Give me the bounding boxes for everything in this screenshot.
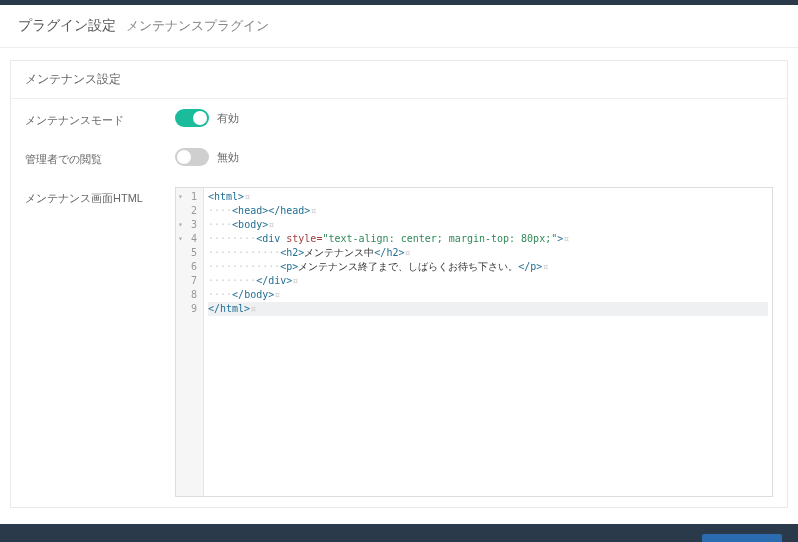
settings-card: メンテナンス設定 メンテナンスモード 有効 管理者での閲覧 無効 メンテナンス画… bbox=[10, 60, 788, 508]
toggle-admin-view[interactable] bbox=[175, 148, 209, 166]
row-admin-view: 管理者での閲覧 無効 bbox=[11, 138, 787, 177]
card-title: メンテナンス設定 bbox=[11, 61, 787, 99]
toggle-admin-view-state: 無効 bbox=[217, 150, 239, 165]
toggle-maintenance-mode[interactable] bbox=[175, 109, 209, 127]
label-html: メンテナンス画面HTML bbox=[25, 187, 175, 206]
editor-code[interactable]: <html>¤····<head></head>¤····<body>¤····… bbox=[204, 188, 772, 496]
editor-gutter: 123456789 bbox=[176, 188, 204, 496]
label-admin-view: 管理者での閲覧 bbox=[25, 148, 175, 167]
page-subtitle: メンテナンスプラグイン bbox=[126, 18, 269, 33]
row-maintenance-mode: メンテナンスモード 有効 bbox=[11, 99, 787, 138]
row-html: メンテナンス画面HTML 123456789 <html>¤····<head>… bbox=[11, 177, 787, 507]
html-editor[interactable]: 123456789 <html>¤····<head></head>¤····<… bbox=[175, 187, 773, 497]
toggle-maintenance-mode-state: 有効 bbox=[217, 111, 239, 126]
label-maintenance-mode: メンテナンスモード bbox=[25, 109, 175, 128]
save-button[interactable]: 保存 bbox=[702, 534, 782, 542]
page-title: プラグイン設定 bbox=[18, 17, 116, 33]
footer: ◀◀ プラグイン一覧 保存 bbox=[0, 524, 798, 542]
page-header: プラグイン設定 メンテナンスプラグイン bbox=[0, 5, 798, 48]
content: メンテナンス設定 メンテナンスモード 有効 管理者での閲覧 無効 メンテナンス画… bbox=[0, 48, 798, 524]
